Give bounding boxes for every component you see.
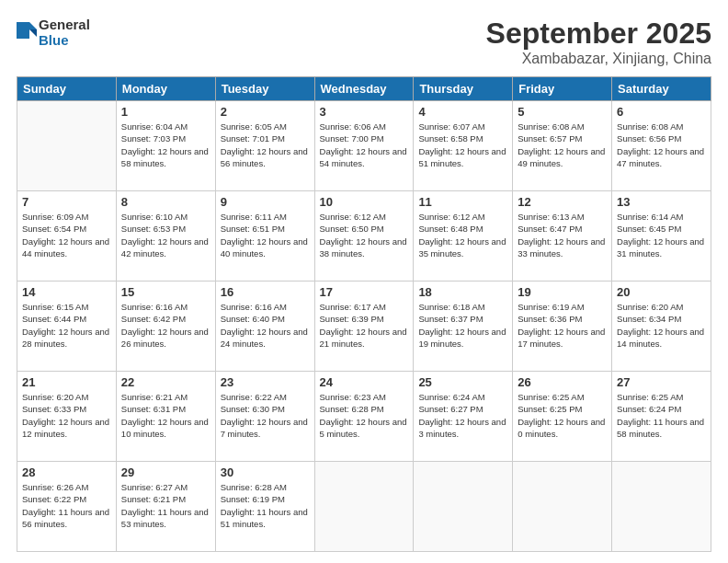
day-number: 29 (121, 465, 210, 479)
logo-icon (17, 20, 37, 40)
day-number: 19 (518, 285, 607, 299)
logo-text: General Blue (39, 17, 90, 48)
day-info: Sunrise: 6:23 AMSunset: 6:28 PMDaylight:… (320, 391, 409, 440)
calendar-cell: 9Sunrise: 6:11 AMSunset: 6:51 PMDaylight… (215, 191, 314, 282)
day-info: Sunrise: 6:15 AMSunset: 6:44 PMDaylight:… (22, 301, 111, 350)
calendar-cell: 16Sunrise: 6:16 AMSunset: 6:40 PMDayligh… (215, 282, 314, 372)
calendar-cell: 26Sunrise: 6:25 AMSunset: 6:25 PMDayligh… (513, 372, 612, 462)
day-number: 27 (617, 375, 706, 389)
day-info: Sunrise: 6:25 AMSunset: 6:24 PMDaylight:… (617, 391, 706, 440)
day-number: 5 (518, 105, 607, 119)
calendar-cell: 7Sunrise: 6:09 AMSunset: 6:54 PMDaylight… (17, 191, 117, 282)
calendar-week-4: 28Sunrise: 6:26 AMSunset: 6:22 PMDayligh… (17, 462, 711, 552)
day-number: 14 (22, 285, 111, 299)
day-number: 15 (121, 285, 210, 299)
day-info: Sunrise: 6:16 AMSunset: 6:42 PMDaylight:… (121, 301, 210, 350)
calendar-cell: 27Sunrise: 6:25 AMSunset: 6:24 PMDayligh… (612, 372, 711, 462)
day-info: Sunrise: 6:08 AMSunset: 6:56 PMDaylight:… (617, 121, 706, 169)
calendar-subtitle: Xambabazar, Xinjiang, China (486, 51, 711, 67)
calendar-cell: 8Sunrise: 6:10 AMSunset: 6:53 PMDaylight… (116, 191, 215, 282)
calendar-week-3: 21Sunrise: 6:20 AMSunset: 6:33 PMDayligh… (17, 372, 711, 462)
day-info: Sunrise: 6:20 AMSunset: 6:34 PMDaylight:… (617, 301, 706, 350)
title-block: September 2025 Xambabazar, Xinjiang, Chi… (486, 17, 711, 67)
calendar-cell: 25Sunrise: 6:24 AMSunset: 6:27 PMDayligh… (414, 372, 513, 462)
calendar-week-0: 1Sunrise: 6:04 AMSunset: 7:03 PMDaylight… (17, 101, 711, 191)
day-info: Sunrise: 6:12 AMSunset: 6:50 PMDaylight:… (320, 211, 409, 259)
svg-rect-2 (17, 22, 29, 39)
day-info: Sunrise: 6:17 AMSunset: 6:39 PMDaylight:… (320, 301, 409, 350)
day-number: 6 (617, 105, 706, 119)
svg-marker-1 (29, 29, 37, 37)
day-info: Sunrise: 6:26 AMSunset: 6:22 PMDaylight:… (22, 481, 111, 530)
day-info: Sunrise: 6:08 AMSunset: 6:57 PMDaylight:… (518, 121, 607, 169)
day-info: Sunrise: 6:14 AMSunset: 6:45 PMDaylight:… (617, 211, 706, 259)
calendar-cell (17, 101, 117, 191)
day-number: 2 (221, 105, 310, 119)
day-number: 20 (617, 285, 706, 299)
day-info: Sunrise: 6:12 AMSunset: 6:48 PMDaylight:… (418, 211, 507, 259)
calendar-cell: 11Sunrise: 6:12 AMSunset: 6:48 PMDayligh… (414, 191, 513, 282)
calendar-cell: 14Sunrise: 6:15 AMSunset: 6:44 PMDayligh… (17, 282, 117, 372)
day-number: 25 (418, 375, 507, 389)
page: General Blue September 2025 Xambabazar, … (0, 0, 728, 563)
calendar-cell: 30Sunrise: 6:28 AMSunset: 6:19 PMDayligh… (215, 462, 314, 552)
day-header-thursday: Thursday (414, 77, 513, 101)
day-info: Sunrise: 6:24 AMSunset: 6:27 PMDaylight:… (418, 391, 507, 440)
day-info: Sunrise: 6:18 AMSunset: 6:37 PMDaylight:… (418, 301, 507, 350)
day-number: 28 (22, 465, 111, 479)
day-number: 18 (418, 285, 507, 299)
header: General Blue September 2025 Xambabazar, … (17, 17, 711, 67)
calendar-table: SundayMondayTuesdayWednesdayThursdayFrid… (17, 76, 711, 552)
day-info: Sunrise: 6:07 AMSunset: 6:58 PMDaylight:… (418, 121, 507, 169)
day-header-monday: Monday (116, 77, 215, 101)
day-info: Sunrise: 6:09 AMSunset: 6:54 PMDaylight:… (22, 211, 111, 259)
calendar-cell: 21Sunrise: 6:20 AMSunset: 6:33 PMDayligh… (17, 372, 117, 462)
calendar-cell (314, 462, 414, 552)
day-info: Sunrise: 6:28 AMSunset: 6:19 PMDaylight:… (221, 481, 310, 530)
calendar-cell: 13Sunrise: 6:14 AMSunset: 6:45 PMDayligh… (612, 191, 711, 282)
day-number: 24 (320, 375, 409, 389)
day-info: Sunrise: 6:05 AMSunset: 7:01 PMDaylight:… (221, 121, 310, 169)
day-info: Sunrise: 6:22 AMSunset: 6:30 PMDaylight:… (221, 391, 310, 440)
day-number: 8 (121, 195, 210, 209)
calendar-cell: 10Sunrise: 6:12 AMSunset: 6:50 PMDayligh… (314, 191, 414, 282)
calendar-cell (414, 462, 513, 552)
calendar-cell: 24Sunrise: 6:23 AMSunset: 6:28 PMDayligh… (314, 372, 414, 462)
calendar-cell: 12Sunrise: 6:13 AMSunset: 6:47 PMDayligh… (513, 191, 612, 282)
day-number: 7 (22, 195, 111, 209)
calendar-cell: 20Sunrise: 6:20 AMSunset: 6:34 PMDayligh… (612, 282, 711, 372)
calendar-cell (513, 462, 612, 552)
calendar-title: September 2025 (486, 17, 711, 51)
calendar-header-row: SundayMondayTuesdayWednesdayThursdayFrid… (17, 77, 711, 101)
calendar-cell: 5Sunrise: 6:08 AMSunset: 6:57 PMDaylight… (513, 101, 612, 191)
calendar-cell: 17Sunrise: 6:17 AMSunset: 6:39 PMDayligh… (314, 282, 414, 372)
day-number: 16 (221, 285, 310, 299)
day-info: Sunrise: 6:25 AMSunset: 6:25 PMDaylight:… (518, 391, 607, 440)
calendar-cell: 19Sunrise: 6:19 AMSunset: 6:36 PMDayligh… (513, 282, 612, 372)
day-number: 30 (221, 465, 310, 479)
calendar-cell: 18Sunrise: 6:18 AMSunset: 6:37 PMDayligh… (414, 282, 513, 372)
day-info: Sunrise: 6:13 AMSunset: 6:47 PMDaylight:… (518, 211, 607, 259)
day-info: Sunrise: 6:20 AMSunset: 6:33 PMDaylight:… (22, 391, 111, 440)
day-info: Sunrise: 6:21 AMSunset: 6:31 PMDaylight:… (121, 391, 210, 440)
day-header-friday: Friday (513, 77, 612, 101)
day-number: 17 (320, 285, 409, 299)
calendar-cell: 4Sunrise: 6:07 AMSunset: 6:58 PMDaylight… (414, 101, 513, 191)
day-number: 4 (418, 105, 507, 119)
calendar-cell (612, 462, 711, 552)
calendar-week-1: 7Sunrise: 6:09 AMSunset: 6:54 PMDaylight… (17, 191, 711, 282)
calendar-cell: 2Sunrise: 6:05 AMSunset: 7:01 PMDaylight… (215, 101, 314, 191)
day-number: 22 (121, 375, 210, 389)
day-number: 21 (22, 375, 111, 389)
day-info: Sunrise: 6:06 AMSunset: 7:00 PMDaylight:… (320, 121, 409, 169)
day-number: 9 (221, 195, 310, 209)
svg-marker-0 (29, 22, 37, 29)
calendar-cell: 23Sunrise: 6:22 AMSunset: 6:30 PMDayligh… (215, 372, 314, 462)
calendar-week-2: 14Sunrise: 6:15 AMSunset: 6:44 PMDayligh… (17, 282, 711, 372)
logo: General Blue (17, 17, 90, 48)
calendar-cell: 6Sunrise: 6:08 AMSunset: 6:56 PMDaylight… (612, 101, 711, 191)
calendar-cell: 15Sunrise: 6:16 AMSunset: 6:42 PMDayligh… (116, 282, 215, 372)
day-number: 23 (221, 375, 310, 389)
day-header-saturday: Saturday (612, 77, 711, 101)
day-number: 11 (418, 195, 507, 209)
